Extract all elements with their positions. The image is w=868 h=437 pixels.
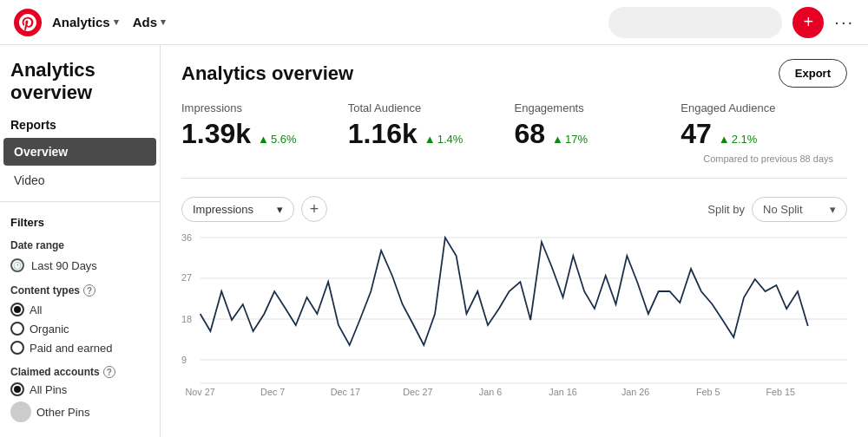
sidebar-item-overview[interactable]: Overview [3, 138, 156, 166]
engagements-arrow-icon: ▲ [552, 133, 563, 146]
metric-total-audience: Total Audience 1.16k ▲ 1.4% [348, 101, 515, 164]
svg-text:Jan 26: Jan 26 [621, 387, 649, 397]
topnav: Analytics ▾ Ads ▾ + ··· [0, 0, 868, 45]
svg-text:Dec 27: Dec 27 [403, 387, 432, 397]
impressions-label: Impressions [181, 101, 334, 114]
chart-line [201, 238, 808, 345]
chart-controls-left: Impressions ▾ + [181, 196, 327, 222]
radio-organic[interactable]: Organic [10, 319, 149, 338]
analytics-chevron-icon: ▾ [114, 16, 119, 28]
impressions-value-row: 1.39k ▲ 5.6% [181, 118, 334, 150]
radio-all[interactable]: All [10, 300, 149, 319]
content-types-group: All Organic Paid and earned [0, 298, 160, 359]
add-button[interactable]: + [792, 7, 824, 38]
svg-text:Jan 16: Jan 16 [549, 387, 576, 397]
ads-nav[interactable]: Ads ▾ [133, 15, 166, 29]
chart-area: 36 27 18 9 Nov 27 Dec 7 Dec 17 Dec 27 [181, 229, 847, 396]
total-audience-value: 1.16k [348, 118, 418, 150]
nav-right: + ··· [608, 7, 854, 38]
svg-text:Feb 15: Feb 15 [766, 387, 795, 397]
radio-paid-dot [10, 341, 24, 355]
svg-text:Jan 6: Jan 6 [479, 387, 502, 397]
engagements-value: 68 [515, 118, 546, 150]
svg-text:Dec 17: Dec 17 [331, 387, 360, 397]
impressions-value: 1.39k [181, 118, 251, 150]
engaged-audience-arrow-icon: ▲ [719, 133, 730, 146]
all-pins-item[interactable]: All Pins [0, 380, 160, 399]
total-audience-arrow-icon: ▲ [424, 133, 436, 146]
split-chevron-icon: ▾ [830, 203, 836, 216]
metric-impressions: Impressions 1.39k ▲ 5.6% [181, 101, 348, 164]
date-range-selector[interactable]: 🕐 Last 90 Days [0, 253, 160, 277]
other-pins-item[interactable]: Other Pins [0, 399, 160, 425]
page-body: Analytics overview Reports Overview Vide… [0, 45, 868, 437]
sidebar-page-title: Analytics overview [0, 45, 160, 111]
chart-controls-right: Split by No Split ▾ [707, 197, 847, 222]
pinterest-logo[interactable] [14, 9, 42, 36]
content-types-label: Content types ? [0, 277, 160, 298]
claimed-avatar [10, 401, 31, 422]
reports-section-label: Reports [0, 111, 160, 137]
total-audience-change: ▲ 1.4% [424, 133, 464, 146]
metric-dropdown[interactable]: Impressions ▾ [181, 197, 294, 222]
engaged-audience-value: 47 [681, 118, 712, 150]
engagements-change: ▲ 17% [552, 133, 588, 146]
radio-all-dot [10, 303, 24, 316]
compared-text: Compared to previous 88 days [681, 153, 833, 164]
total-audience-value-row: 1.16k ▲ 1.4% [348, 118, 501, 150]
svg-text:9: 9 [181, 355, 187, 365]
engagements-label: Engagements [515, 101, 667, 114]
svg-text:Nov 27: Nov 27 [186, 387, 215, 397]
main-content: Analytics overview Export Impressions 1.… [161, 45, 868, 437]
engagements-value-row: 68 ▲ 17% [515, 118, 667, 150]
split-by-dropdown[interactable]: No Split ▾ [752, 197, 847, 222]
claimed-accounts-label: Claimed accounts ? [0, 359, 160, 380]
total-audience-label: Total Audience [348, 101, 501, 114]
radio-paid[interactable]: Paid and earned [10, 338, 149, 357]
svg-text:36: 36 [181, 232, 192, 243]
engaged-audience-label: Engaged Audience [681, 101, 833, 114]
metric-engagements: Engagements 68 ▲ 17% [515, 101, 681, 164]
sidebar-item-video[interactable]: Video [3, 166, 156, 194]
metric-engaged-audience: Engaged Audience 47 ▲ 2.1% Compared to p… [681, 101, 847, 164]
export-button[interactable]: Export [779, 59, 847, 88]
clock-icon: 🕐 [10, 258, 24, 272]
line-chart: 36 27 18 9 Nov 27 Dec 7 Dec 17 Dec 27 [181, 229, 847, 394]
main-header: Analytics overview Export [181, 59, 847, 88]
svg-point-0 [14, 9, 42, 36]
engaged-audience-change: ▲ 2.1% [719, 133, 758, 146]
page-title: Analytics overview [181, 62, 353, 85]
svg-text:Feb 5: Feb 5 [696, 387, 720, 397]
all-pins-radio [10, 382, 24, 396]
impressions-change: ▲ 5.6% [258, 133, 297, 146]
ads-chevron-icon: ▾ [161, 16, 166, 28]
date-range-label: Date range [0, 232, 160, 253]
svg-text:18: 18 [181, 314, 192, 324]
analytics-nav[interactable]: Analytics ▾ [52, 15, 119, 29]
add-metric-button[interactable]: + [301, 196, 327, 222]
radio-organic-dot [10, 322, 24, 336]
sidebar: Analytics overview Reports Overview Vide… [0, 45, 161, 437]
search-bar[interactable] [608, 7, 782, 38]
svg-text:Dec 7: Dec 7 [260, 387, 285, 397]
metrics-row: Impressions 1.39k ▲ 5.6% Total Audience … [181, 101, 847, 179]
impressions-arrow-icon: ▲ [258, 133, 269, 146]
svg-text:27: 27 [181, 272, 192, 283]
engaged-audience-value-row: 47 ▲ 2.1% [681, 118, 833, 150]
filters-label: Filters [0, 209, 160, 232]
metric-dropdown-chevron-icon: ▾ [277, 203, 283, 216]
more-options-button[interactable]: ··· [834, 12, 854, 32]
claimed-help-icon[interactable]: ? [103, 366, 115, 378]
sidebar-divider [0, 201, 160, 202]
chart-controls: Impressions ▾ + Split by No Split ▾ [181, 196, 847, 222]
content-types-help-icon[interactable]: ? [83, 284, 95, 297]
